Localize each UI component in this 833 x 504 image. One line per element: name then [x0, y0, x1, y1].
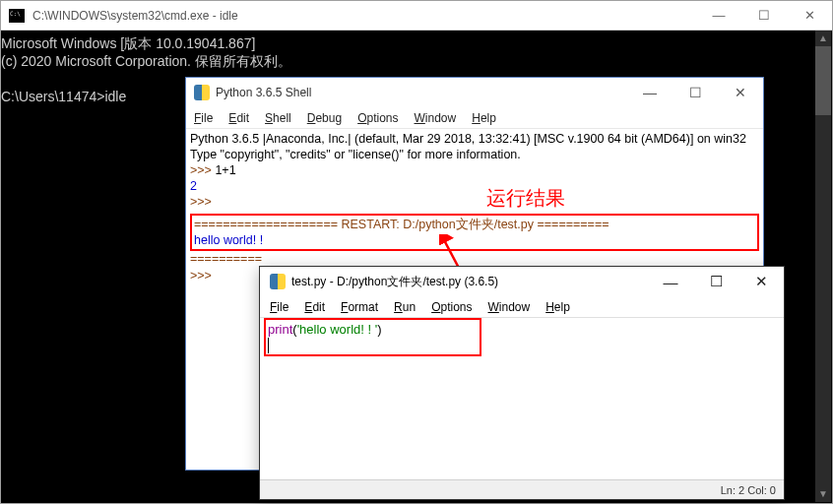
cmd-titlebar[interactable]: C:\WINDOWS\system32\cmd.exe - idle — ☐ ✕: [1, 1, 832, 31]
python-icon: [194, 85, 210, 100]
code-string: 'hello world! ! ': [297, 322, 378, 337]
menu-help[interactable]: Help: [545, 300, 570, 314]
scroll-up-icon[interactable]: ▲: [815, 31, 831, 46]
shell-banner: Type "copyright", "credits" or "license(…: [190, 147, 759, 162]
cursor-position: Ln: 2 Col: 0: [721, 484, 776, 496]
code-cursor-line: [268, 338, 269, 353]
annotation-label: 运行结果: [486, 185, 565, 212]
scroll-down-icon[interactable]: ▼: [815, 486, 831, 502]
menu-options[interactable]: Options: [431, 300, 472, 314]
menu-edit[interactable]: Edit: [228, 111, 249, 125]
shell-input: 1+1: [215, 163, 235, 177]
cmd-icon: [9, 9, 25, 23]
cmd-prompt: C:\Users\11474>: [1, 89, 104, 104]
close-button[interactable]: ✕: [738, 267, 784, 296]
menu-options[interactable]: Options: [357, 111, 398, 125]
minimize-button[interactable]: —: [696, 1, 741, 30]
cmd-output-line: Microsoft Windows [版本 10.0.19041.867]: [1, 34, 832, 52]
close-button[interactable]: ✕: [787, 1, 832, 30]
python-icon: [270, 274, 286, 289]
menu-format[interactable]: Format: [341, 300, 378, 314]
minimize-button[interactable]: —: [648, 267, 693, 296]
menu-window[interactable]: Window: [415, 111, 457, 125]
result-highlight-box: ==================== RESTART: D:/python文…: [190, 214, 759, 251]
shell-prompt-empty: >>>: [190, 194, 759, 210]
shell-restart-line: ==================== RESTART: D:/python文…: [194, 217, 755, 232]
cmd-entered-command: idle: [104, 89, 126, 104]
cmd-title: C:\WINDOWS\system32\cmd.exe - idle: [32, 9, 696, 23]
shell-window-controls: — ☐ ✕: [627, 78, 763, 107]
cmd-window-controls: — ☐ ✕: [696, 1, 832, 30]
menu-shell[interactable]: Shell: [265, 111, 291, 125]
shell-titlebar[interactable]: Python 3.6.5 Shell — ☐ ✕: [186, 78, 763, 107]
shell-menubar: File Edit Shell Debug Options Window Hel…: [186, 107, 763, 129]
cmd-output-line: (c) 2020 Microsoft Corporation. 保留所有权利。: [1, 52, 832, 70]
code-highlight-box: print('hello world! ! '): [264, 318, 481, 356]
shell-title: Python 3.6.5 Shell: [216, 86, 627, 99]
editor-statusbar: Ln: 2 Col: 0: [260, 479, 784, 499]
python-editor-window: test.py - D:/python文件夹/test.py (3.6.5) —…: [259, 266, 785, 500]
maximize-button[interactable]: ☐: [741, 1, 787, 30]
shell-prompt: >>>: [190, 163, 215, 177]
menu-run[interactable]: Run: [394, 300, 416, 314]
editor-window-controls: — ☐ ✕: [648, 267, 784, 296]
editor-menubar: File Edit Format Run Options Window Help: [260, 296, 784, 318]
restart-tail: ==========: [190, 252, 262, 266]
code-paren: ): [377, 322, 381, 337]
editor-title: test.py - D:/python文件夹/test.py (3.6.5): [291, 274, 648, 290]
minimize-button[interactable]: —: [627, 78, 673, 107]
menu-window[interactable]: Window: [488, 300, 531, 314]
code-keyword: print: [268, 322, 292, 337]
menu-file[interactable]: File: [270, 300, 288, 314]
shell-banner: Python 3.6.5 |Anaconda, Inc.| (default, …: [190, 131, 759, 147]
maximize-button[interactable]: ☐: [673, 78, 718, 107]
maximize-button[interactable]: ☐: [693, 267, 738, 296]
editor-titlebar[interactable]: test.py - D:/python文件夹/test.py (3.6.5) —…: [260, 267, 784, 296]
shell-line: >>> 1+1: [190, 162, 759, 178]
scroll-thumb[interactable]: [815, 46, 831, 115]
menu-debug[interactable]: Debug: [307, 111, 342, 125]
shell-output: 2: [190, 178, 759, 194]
menu-help[interactable]: Help: [472, 111, 496, 125]
editor-body[interactable]: print('hello world! ! '): [260, 318, 784, 356]
shell-body[interactable]: Python 3.6.5 |Anaconda, Inc.| (default, …: [186, 129, 763, 285]
shell-hello-output: hello world! !: [194, 232, 755, 248]
close-button[interactable]: ✕: [718, 78, 763, 107]
cmd-scrollbar[interactable]: ▲ ▼: [815, 31, 831, 502]
menu-file[interactable]: File: [194, 111, 213, 125]
menu-edit[interactable]: Edit: [304, 300, 325, 314]
